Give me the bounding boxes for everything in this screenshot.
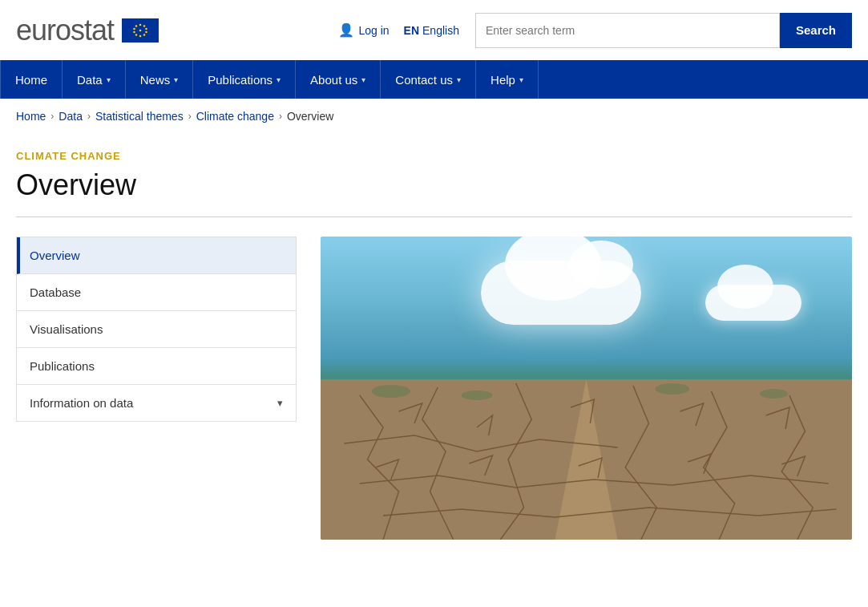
main-layout: OverviewDatabaseVisualisationsPublicatio…: [16, 237, 852, 540]
side-nav-item-information-on-data[interactable]: Information on data▾: [17, 385, 296, 421]
svg-point-10: [135, 34, 138, 36]
user-icon: 👤: [338, 22, 354, 38]
main-nav: HomeData ▾News ▾Publications ▾About us ▾…: [0, 60, 868, 99]
svg-point-18: [760, 389, 788, 399]
hero-image: [321, 237, 852, 540]
login-lang-area: 👤 Log in EN English: [338, 22, 459, 38]
svg-point-1: [139, 29, 142, 31]
svg-point-16: [462, 391, 493, 400]
side-nav-item-label: Database: [30, 285, 81, 299]
breadcrumb-current: Overview: [287, 110, 333, 123]
page-header: eurostat 👤 Log in: [0, 0, 868, 60]
nav-item-help[interactable]: Help ▾: [476, 60, 539, 99]
nav-item-about-us[interactable]: About us ▾: [296, 60, 381, 99]
nav-item-data[interactable]: Data ▾: [63, 60, 126, 99]
chevron-down-icon: ▾: [519, 75, 523, 84]
search-button[interactable]: Search: [780, 13, 852, 48]
chevron-down-icon: ▾: [277, 397, 283, 409]
side-nav-item-publications[interactable]: Publications: [17, 348, 296, 385]
chevron-down-icon: ▾: [174, 75, 178, 84]
breadcrumb-link-data[interactable]: Data: [59, 110, 83, 123]
svg-point-17: [655, 383, 689, 395]
section-label: CLIMATE CHANGE: [16, 150, 852, 162]
breadcrumb-separator: ›: [87, 111, 91, 122]
language-selector[interactable]: EN English: [404, 24, 459, 37]
cloud-large: [481, 261, 641, 325]
side-nav-item-label: Overview: [30, 249, 80, 262]
breadcrumb-separator: ›: [188, 111, 192, 122]
svg-point-9: [145, 30, 147, 33]
breadcrumb-link-climate-change[interactable]: Climate change: [196, 110, 274, 123]
login-link[interactable]: 👤 Log in: [338, 22, 389, 38]
chevron-down-icon: ▾: [361, 75, 365, 84]
side-nav-item-database[interactable]: Database: [17, 274, 296, 311]
nav-item-home[interactable]: Home: [0, 60, 63, 99]
chevron-down-icon: ▾: [277, 75, 281, 84]
nav-item-contact-us[interactable]: Contact us ▾: [381, 60, 476, 99]
breadcrumb-separator: ›: [50, 111, 54, 122]
svg-point-4: [135, 25, 138, 27]
search-input[interactable]: [475, 13, 780, 48]
svg-point-8: [133, 30, 135, 33]
logo-text: eurostat: [16, 14, 114, 47]
breadcrumb-link-home[interactable]: Home: [16, 110, 46, 123]
cloud-small: [705, 285, 801, 321]
svg-point-3: [139, 34, 142, 37]
side-nav-item-visualisations[interactable]: Visualisations: [17, 311, 296, 348]
logo-area: eurostat: [16, 14, 159, 47]
svg-point-15: [371, 385, 410, 398]
nav-item-news[interactable]: News ▾: [126, 60, 194, 99]
breadcrumb-separator: ›: [279, 111, 282, 122]
side-nav-item-overview[interactable]: Overview: [17, 237, 296, 274]
nav-item-publications[interactable]: Publications ▾: [193, 60, 296, 99]
side-nav-item-label: Information on data: [30, 396, 133, 410]
hero-image-area: [321, 237, 852, 540]
svg-point-11: [143, 34, 146, 36]
svg-point-7: [145, 27, 147, 30]
side-nav-item-label: Publications: [30, 359, 95, 373]
search-area: Search: [475, 13, 852, 48]
breadcrumb-link-statistical-themes[interactable]: Statistical themes: [95, 110, 184, 123]
svg-point-5: [143, 25, 146, 27]
svg-point-2: [139, 23, 142, 26]
side-nav-item-label: Visualisations: [30, 322, 103, 336]
chevron-down-icon: ▾: [107, 75, 111, 84]
page-title: Overview: [16, 168, 852, 202]
svg-point-6: [133, 27, 135, 30]
eu-flag-icon: [122, 18, 159, 42]
chevron-down-icon: ▾: [457, 75, 461, 84]
content-divider: [16, 216, 852, 217]
page-content: CLIMATE CHANGE Overview OverviewDatabase…: [0, 134, 868, 572]
breadcrumb: Home›Data›Statistical themes›Climate cha…: [0, 99, 868, 134]
side-nav: OverviewDatabaseVisualisationsPublicatio…: [16, 237, 297, 422]
cracked-earth-svg: [321, 379, 852, 540]
